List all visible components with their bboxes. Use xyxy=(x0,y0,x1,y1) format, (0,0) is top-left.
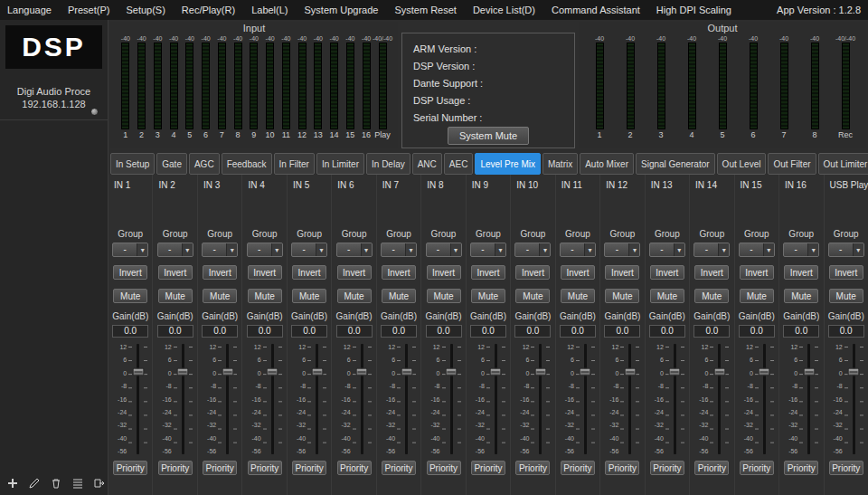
fader-knob[interactable] xyxy=(222,367,233,376)
group-select[interactable]: - ▾ xyxy=(560,243,596,257)
invert-button[interactable]: Invert xyxy=(248,265,282,280)
gain-fader[interactable]: 1260-8-16-24-32-40-56 xyxy=(740,344,774,454)
fader-track[interactable] xyxy=(271,344,274,454)
tab-out-filter[interactable]: Out Filter xyxy=(768,153,816,175)
gain-value-field[interactable]: 0.0 xyxy=(202,325,238,338)
priority-button[interactable]: Priority xyxy=(784,461,818,475)
fader-track[interactable] xyxy=(495,344,497,454)
tab-in-setup[interactable]: In Setup xyxy=(110,153,155,175)
fader-knob[interactable] xyxy=(356,367,368,376)
fader-knob[interactable] xyxy=(311,367,323,376)
gain-value-field[interactable]: 0.0 xyxy=(157,325,193,338)
menu-item-system-upgrade[interactable]: System Upgrade xyxy=(305,5,379,15)
mute-button[interactable]: Mute xyxy=(427,289,461,303)
invert-button[interactable]: Invert xyxy=(113,265,147,280)
fader-knob[interactable] xyxy=(580,367,591,376)
invert-button[interactable]: Invert xyxy=(427,265,461,280)
priority-button[interactable]: Priority xyxy=(248,461,282,475)
fader-knob[interactable] xyxy=(669,367,681,376)
priority-button[interactable]: Priority xyxy=(561,461,595,475)
invert-button[interactable]: Invert xyxy=(829,265,863,280)
invert-button[interactable]: Invert xyxy=(784,265,818,280)
mute-button[interactable]: Mute xyxy=(515,289,550,303)
gain-value-field[interactable]: 0.0 xyxy=(693,325,730,338)
fader-knob[interactable] xyxy=(803,367,815,376)
gain-fader[interactable]: 1260-8-16-24-32-40-56 xyxy=(382,344,416,454)
tab-gate[interactable]: Gate xyxy=(156,153,187,175)
tab-agc[interactable]: AGC xyxy=(189,153,220,175)
fader-track[interactable] xyxy=(584,344,587,454)
priority-button[interactable]: Priority xyxy=(158,461,193,475)
priority-button[interactable]: Priority xyxy=(427,461,461,475)
mute-button[interactable]: Mute xyxy=(829,289,863,303)
group-select[interactable]: - ▾ xyxy=(381,243,417,257)
gain-fader[interactable]: 1260-8-16-24-32-40-56 xyxy=(784,344,818,454)
fader-track[interactable] xyxy=(316,344,318,454)
invert-button[interactable]: Invert xyxy=(471,265,505,280)
fader-knob[interactable] xyxy=(267,367,278,376)
mute-button[interactable]: Mute xyxy=(203,289,237,303)
menu-item-system-reset[interactable]: System Reset xyxy=(394,5,456,15)
invert-button[interactable]: Invert xyxy=(382,265,416,280)
gain-fader[interactable]: 1260-8-16-24-32-40-56 xyxy=(515,344,550,454)
fader-track[interactable] xyxy=(539,344,542,454)
priority-button[interactable]: Priority xyxy=(740,461,774,475)
tab-in-limiter[interactable]: In Limiter xyxy=(316,153,364,175)
fader-knob[interactable] xyxy=(534,367,546,376)
group-select[interactable]: - ▾ xyxy=(649,243,685,257)
fader-track[interactable] xyxy=(137,344,139,454)
fader-track[interactable] xyxy=(182,344,184,454)
tab-level-pre-mix[interactable]: Level Pre Mix xyxy=(475,153,541,175)
export-button[interactable] xyxy=(94,477,106,490)
mute-button[interactable]: Mute xyxy=(784,289,818,303)
fader-knob[interactable] xyxy=(177,367,189,376)
gain-fader[interactable]: 1260-8-16-24-32-40-56 xyxy=(605,344,639,454)
fader-track[interactable] xyxy=(450,344,453,454)
menu-item-rec-play-r[interactable]: Rec/Play(R) xyxy=(182,5,235,15)
gain-fader[interactable]: 1260-8-16-24-32-40-56 xyxy=(248,344,282,454)
menu-item-device-list-d[interactable]: Device List(D) xyxy=(473,5,535,15)
tab-matrix[interactable]: Matrix xyxy=(542,153,578,175)
priority-button[interactable]: Priority xyxy=(382,461,416,475)
mute-button[interactable]: Mute xyxy=(158,289,193,303)
gain-fader[interactable]: 1260-8-16-24-32-40-56 xyxy=(203,344,237,454)
fader-track[interactable] xyxy=(853,344,855,454)
gain-value-field[interactable]: 0.0 xyxy=(381,325,417,338)
system-mute-button[interactable]: System Mute xyxy=(448,127,529,145)
mute-button[interactable]: Mute xyxy=(471,289,505,303)
gain-fader[interactable]: 1260-8-16-24-32-40-56 xyxy=(158,344,193,454)
priority-button[interactable]: Priority xyxy=(337,461,372,475)
group-select[interactable]: - ▾ xyxy=(247,243,283,257)
device-list-view-button[interactable] xyxy=(72,477,83,490)
mute-button[interactable]: Mute xyxy=(650,289,684,303)
gain-fader[interactable]: 1260-8-16-24-32-40-56 xyxy=(829,344,863,454)
add-device-button[interactable] xyxy=(7,477,18,490)
invert-button[interactable]: Invert xyxy=(740,265,774,280)
tab-signal-generator[interactable]: Signal Generator xyxy=(636,153,715,175)
gain-fader[interactable]: 1260-8-16-24-32-40-56 xyxy=(471,344,505,454)
mute-button[interactable]: Mute xyxy=(248,289,282,303)
gain-fader[interactable]: 1260-8-16-24-32-40-56 xyxy=(561,344,595,454)
tab-out-level[interactable]: Out Level xyxy=(717,153,767,175)
fader-track[interactable] xyxy=(628,344,631,454)
invert-button[interactable]: Invert xyxy=(337,265,372,280)
mute-button[interactable]: Mute xyxy=(292,289,326,303)
gain-value-field[interactable]: 0.0 xyxy=(783,325,819,338)
invert-button[interactable]: Invert xyxy=(650,265,684,280)
fader-track[interactable] xyxy=(674,344,676,454)
gain-value-field[interactable]: 0.0 xyxy=(649,325,685,338)
fader-knob[interactable] xyxy=(848,367,860,376)
mute-button[interactable]: Mute xyxy=(382,289,416,303)
tab-aec[interactable]: AEC xyxy=(444,153,474,175)
gain-fader[interactable]: 1260-8-16-24-32-40-56 xyxy=(650,344,684,454)
fader-track[interactable] xyxy=(807,344,810,454)
priority-button[interactable]: Priority xyxy=(694,461,729,475)
group-select[interactable]: - ▾ xyxy=(783,243,819,257)
fader-knob[interactable] xyxy=(401,367,412,376)
group-select[interactable]: - ▾ xyxy=(112,243,148,257)
group-select[interactable]: - ▾ xyxy=(828,243,864,257)
fader-knob[interactable] xyxy=(713,367,725,376)
fader-track[interactable] xyxy=(405,344,408,454)
group-select[interactable]: - ▾ xyxy=(157,243,193,257)
invert-button[interactable]: Invert xyxy=(292,265,326,280)
